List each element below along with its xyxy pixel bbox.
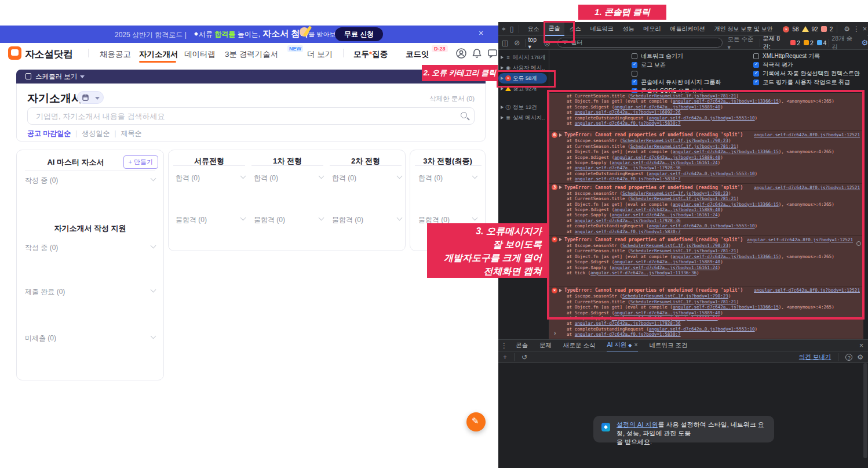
clear-console-icon[interactable]: ⊘ [514, 39, 520, 47]
device-toolbar-icon[interactable]: ▯ [510, 25, 514, 33]
checkbox-icon[interactable] [632, 53, 637, 59]
sidebar-item-messages[interactable]: ≡메시지 178개 [498, 52, 549, 63]
setting-log-xhr[interactable]: XMLHttpRequest 기록 [753, 52, 820, 60]
scrollbar[interactable] [863, 363, 867, 458]
setting-hide-network[interactable]: 네트워크 숨기기 [632, 52, 683, 60]
drawer-tab-ai-assistance[interactable]: AI 지원◆× [607, 339, 637, 352]
source-link[interactable]: angular.self-d7c642a….js?body=1:17928:36 [575, 321, 681, 326]
jasoseol-logo-text[interactable]: 자소설닷컴 [25, 48, 73, 61]
checkbox-icon[interactable] [632, 62, 637, 68]
setting-preserve-log[interactable]: 로그 보존 [632, 61, 666, 69]
nav-item-jobs[interactable]: 채용공고 [100, 49, 131, 60]
drawer-tab-network-conditions[interactable]: 네트워크 조건 [650, 340, 688, 351]
setting-autocomplete-history[interactable]: 기록에서 자동 완성 [753, 70, 812, 78]
tab-application[interactable]: 애플리케이션 [665, 22, 709, 35]
close-tab-icon[interactable]: × [634, 341, 637, 348]
nav-item-focus[interactable]: 모두*집중 [353, 49, 388, 60]
issues-badge-icon[interactable] [821, 26, 827, 32]
checkbox-icon[interactable] [753, 79, 759, 85]
sort-deadline[interactable]: 공고 마감일순 [27, 129, 71, 137]
deleted-docs-link[interactable]: 삭제한 문서 (0) [429, 95, 475, 103]
dropdown-fail[interactable]: 불합격 (0) [332, 215, 402, 225]
banner-close-icon[interactable]: × [479, 28, 483, 38]
setting-group-similar[interactable]: 콘솔에서 유사한 메시지 그룹화 [632, 78, 721, 86]
filter-input[interactable] [571, 38, 721, 47]
drawer-settings-gear-icon[interactable]: ⚙ [857, 353, 863, 361]
sidebar-item-verbose[interactable]: ≣상세 메시지.. [498, 113, 549, 123]
dropdown-pass[interactable]: 합격 (0) [332, 173, 402, 183]
dropdown-writing-2[interactable]: 작성 중 (0) [25, 243, 155, 253]
dropdown-writing[interactable]: 작성 중 (0) [25, 176, 155, 186]
console-prompt-chevron[interactable]: › [554, 329, 556, 336]
drawer-kebab-icon[interactable]: ⋮ [501, 342, 508, 350]
dropdown-unsubmitted[interactable]: 미제출 (0) [25, 333, 155, 343]
issues-count[interactable]: 2 [830, 26, 833, 32]
kebab-menu-icon[interactable]: ⋮ [853, 25, 860, 33]
history-icon[interactable]: ↺ [521, 353, 527, 361]
settings-gear-icon[interactable]: ⚙ [844, 25, 850, 33]
source-link[interactable]: angular.self-d7c642a…f0.js?body=1:5830:7 [575, 332, 681, 337]
feedback-link[interactable]: 의견 보내기 [799, 353, 831, 361]
tab-network[interactable]: 네트워크 [585, 22, 618, 35]
write-fab-button[interactable] [466, 412, 486, 431]
promo-banner[interactable]: 2025 상반기 합격로드 | 서류 합격률 높이는, 자소서 첨삭을 받아보세… [0, 26, 498, 43]
sort-title[interactable]: 제목순 [121, 129, 142, 137]
hidden-messages[interactable]: 28개 숨김 [831, 35, 858, 51]
error-count[interactable]: 58 [792, 26, 798, 32]
close-devtools-icon[interactable]: × [863, 25, 867, 33]
notification-bell-icon[interactable] [471, 48, 483, 59]
checkbox-icon[interactable] [753, 62, 759, 68]
nav-item-codeit[interactable]: 코드잇 [406, 49, 429, 60]
issues-label[interactable]: 문제 8건: [763, 35, 787, 51]
free-apply-button[interactable]: 무료 신청 [335, 27, 383, 41]
calendar-filter-button[interactable] [77, 91, 104, 104]
log-levels-dropdown[interactable]: 모든 수준 ▾ [727, 35, 757, 50]
console-sidebar-icon[interactable]: ◫ [502, 39, 508, 47]
dropdown-pass[interactable]: 합격 (0) [254, 173, 323, 183]
search-icon[interactable] [461, 112, 467, 118]
new-chat-plus-icon[interactable]: + [503, 353, 507, 361]
nav-item-more[interactable]: 더 보기 [307, 49, 333, 60]
nav-item-datalab[interactable]: 데이터랩 [184, 49, 216, 60]
error-badge-icon[interactable]: × [783, 26, 789, 32]
drawer-tab-console[interactable]: 콘솔 [516, 340, 528, 351]
jasoseol-logo-icon[interactable] [8, 46, 21, 60]
dropdown-submitted[interactable]: 제출 완료 (0) [25, 287, 155, 297]
warning-badge-icon[interactable] [802, 26, 809, 32]
checkbox-icon[interactable] [753, 53, 759, 59]
tab-performance[interactable]: 성능 [618, 22, 639, 35]
sort-created[interactable]: 생성일순 [82, 129, 110, 137]
checkbox-icon[interactable] [632, 79, 637, 85]
setting-eager-eval[interactable]: 적극적 평가 [753, 61, 793, 69]
setting-treat-eval-as-user[interactable]: 코드 평가를 사용자 작업으로 취급 [753, 78, 850, 86]
search-input[interactable] [36, 108, 430, 124]
sidebar-item-info[interactable]: ⓘ정보 12건 [498, 102, 549, 113]
dropdown-fail[interactable]: 불합격 (0) [254, 215, 323, 225]
chevron-down-icon [151, 176, 156, 182]
drawer-tab-issues[interactable]: 문제 [539, 340, 552, 351]
frame-selector[interactable]: top ▾ [528, 36, 541, 50]
nav-item-coverletter[interactable]: 자기소개서 [139, 49, 178, 60]
source-link[interactable]: angular.self-d7c642a…0.js?body=1:5553:10 [649, 326, 755, 332]
profile-icon[interactable] [455, 48, 467, 59]
create-button[interactable]: + 만들기 [123, 155, 158, 169]
chat-icon[interactable] [487, 48, 498, 59]
dropdown-pass[interactable]: 합격 (0) [418, 173, 477, 183]
checkbox-icon[interactable] [632, 71, 637, 77]
scheduler-bar[interactable]: 스케줄러 보기 [16, 70, 486, 84]
tab-memory[interactable]: 메모리 [639, 22, 665, 35]
inspect-element-icon[interactable]: ⌖ [502, 25, 506, 33]
warning-count[interactable]: 92 [812, 26, 818, 32]
help-icon[interactable]: ? [845, 354, 852, 361]
setting-selected-context[interactable]: 선택된 컨텍스트만 [632, 70, 860, 78]
tab-elements[interactable]: 요소 [523, 22, 544, 35]
ai-settings-link[interactable]: 설정의 AI 지원 [617, 421, 658, 428]
tab-privacy-security[interactable]: 개인 정보 보호 및 보안 [709, 22, 777, 35]
checkbox-icon[interactable] [753, 71, 759, 77]
close-drawer-icon[interactable]: × [859, 342, 863, 350]
dropdown-fail[interactable]: 불합격 (0) [176, 215, 245, 225]
console-settings-gear-icon[interactable]: ⚙ [861, 38, 868, 47]
drawer-tab-whats-new[interactable]: 새로운 소식 [563, 340, 595, 351]
dropdown-pass[interactable]: 합격 (0) [176, 173, 245, 183]
nav-item-career[interactable]: 3분 경력기술서 [225, 49, 278, 60]
